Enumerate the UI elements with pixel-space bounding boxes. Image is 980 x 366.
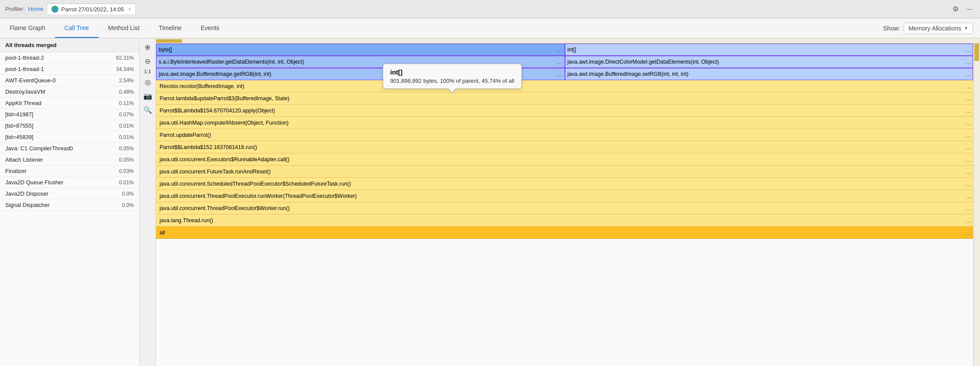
sidebar-item[interactable]: Java2D Disposer0.0% [0, 188, 139, 200]
top-scrollbar[interactable] [156, 38, 980, 44]
flame-cell-left[interactable]: byte[]… [156, 44, 565, 56]
flame-cell-right[interactable]: java.awt.image.BufferedImage.setRGB(int,… [565, 68, 973, 80]
flame-row: java.util.concurrent.ThreadPoolExecutor$… [156, 202, 973, 214]
tab-events[interactable]: Events [191, 18, 229, 38]
sidebar-item[interactable]: [tid=45839]0.01% [0, 132, 139, 143]
sidebar-item[interactable]: Attach Listener0.05% [0, 154, 139, 166]
flame-row: java.util.concurrent.FutureTask.runAndRe… [156, 166, 973, 178]
flame-cell-full[interactable]: java.util.concurrent.ScheduledThreadPool… [156, 178, 973, 190]
sidebar-item[interactable]: AWT-EventQueue-02.54% [0, 75, 139, 86]
tab-timeline[interactable]: Timeline [149, 18, 191, 38]
flame-cell-more-icon[interactable]: … [557, 71, 563, 78]
flame-area: int[] 901,898,992 bytes, 100% of parent,… [156, 38, 980, 366]
flame-cell-more-icon[interactable]: … [965, 156, 971, 163]
thread-name: AppKit Thread [5, 100, 41, 106]
zoom-reset-label[interactable]: 1:1 [144, 69, 151, 74]
sidebar-item[interactable]: DestroyJavaVM0.48% [0, 86, 139, 98]
content-with-toolbar: ⊕ ⊖ 1:1 ◎ 📷 🔍 int[] 901,898,992 bytes, 1… [140, 38, 980, 366]
flame-row: java.util.concurrent.ThreadPoolExecutor.… [156, 190, 973, 202]
flame-cell-full[interactable]: java.util.concurrent.FutureTask.runAndRe… [156, 166, 973, 178]
flame-cell-full[interactable]: Recolor.recolor(BufferedImage, int)… [156, 80, 973, 92]
thread-pct: 0.01% [119, 134, 134, 140]
flame-cell-more-icon[interactable]: … [965, 205, 971, 212]
flame-cell-full[interactable]: Parrot.lambda$updateParrot$3(BufferedIma… [156, 92, 973, 105]
zoom-out-button[interactable]: ⊖ [142, 55, 154, 67]
flame-cell-left[interactable]: s.a.i.ByteInterleavedRaster.getDataEleme… [156, 56, 565, 68]
flame-rows-container: byte[]…int[]…s.a.i.ByteInterleavedRaster… [156, 44, 973, 366]
sidebar-item[interactable]: Signal Dispatcher0.0% [0, 200, 139, 211]
sidebar-item[interactable]: Java: C1 CompilerThread00.05% [0, 143, 139, 154]
sidebar-header[interactable]: All threads merged [0, 38, 139, 52]
thread-pct: 0.01% [119, 180, 134, 186]
session-tab[interactable]: Parrot 27/01/2022, 14:05 × [47, 3, 136, 14]
flame-cell-more-icon[interactable]: … [965, 71, 971, 78]
flame-row: java.awt.image.BufferedImage.getRGB(int,… [156, 68, 973, 80]
flame-row: Parrot$$Lambda$152.1637061418.run()… [156, 141, 973, 153]
flame-cell-more-icon[interactable]: … [965, 83, 971, 90]
sidebar-item[interactable]: AppKit Thread0.11% [0, 98, 139, 109]
flame-cell-full[interactable]: java.lang.Thread.run()… [156, 214, 973, 227]
sidebar-item[interactable]: Finalizer0.03% [0, 166, 139, 177]
flame-row: java.util.HashMap.computeIfAbsent(Object… [156, 117, 973, 129]
flame-cell-full[interactable]: all… [156, 227, 973, 239]
home-label[interactable]: Home [28, 6, 44, 12]
flame-cell-full[interactable]: Parrot.updateParrot()… [156, 129, 973, 141]
flame-cell-full[interactable]: java.util.concurrent.Executors$RunnableA… [156, 153, 973, 166]
right-scrollbar[interactable] [973, 44, 980, 366]
chevron-down-icon: ▼ [964, 26, 968, 30]
flame-row: java.lang.Thread.run()… [156, 214, 973, 227]
flame-cell-more-icon[interactable]: … [965, 107, 971, 114]
thread-name: Finalizer [5, 168, 27, 174]
flame-cell-right[interactable]: java.awt.image.DirectColorModel.getDataE… [565, 56, 973, 68]
thread-pct: 34.34% [116, 66, 134, 72]
flame-cell-more-icon[interactable]: … [965, 168, 971, 175]
flame-cell-more-icon[interactable]: … [965, 193, 971, 200]
flame-cell-more-icon[interactable]: … [965, 132, 971, 139]
sidebar-item[interactable]: Java2D Queue Flusher0.01% [0, 177, 139, 188]
flame-cell-full[interactable]: java.util.concurrent.ThreadPoolExecutor.… [156, 190, 973, 202]
flame-cell-more-icon[interactable]: … [965, 144, 971, 151]
thread-name: AWT-EventQueue-0 [5, 77, 56, 84]
flame-cell-more-icon[interactable]: … [965, 180, 971, 187]
thread-name: Java: C1 CompilerThread0 [5, 145, 73, 152]
flame-cell-more-icon[interactable]: … [557, 58, 563, 65]
flame-cell-more-icon[interactable]: … [965, 119, 971, 126]
flame-cell-more-icon[interactable]: … [557, 46, 563, 53]
profiler-label: Profiler: [5, 6, 25, 12]
flame-cell-more-icon[interactable]: … [965, 46, 971, 53]
thread-name: Attach Listener [5, 156, 43, 163]
thread-pct: 0.05% [119, 146, 134, 152]
flame-cell-full[interactable]: Parrot$$Lambda$154.670704120.apply(Objec… [156, 105, 973, 117]
thread-pct: 0.0% [122, 191, 134, 197]
sidebar-item[interactable]: [tid=87555]0.01% [0, 120, 139, 132]
flame-cell-more-icon[interactable]: … [965, 217, 971, 224]
sidebar-item[interactable]: pool-1-thread-134.34% [0, 64, 139, 75]
flame-cell-full[interactable]: java.util.HashMap.computeIfAbsent(Object… [156, 117, 973, 129]
top-scrollbar-thumb [156, 39, 182, 43]
fit-button[interactable]: ◎ [142, 76, 154, 88]
thread-name: Signal Dispatcher [5, 202, 50, 208]
show-dropdown[interactable]: Memory Allocations ▼ [904, 23, 973, 34]
flame-cell-more-icon[interactable]: … [965, 58, 971, 65]
sidebar-rows: pool-1-thread-262.31%pool-1-thread-134.3… [0, 52, 139, 211]
sidebar-item[interactable]: [tid=41987]0.07% [0, 109, 139, 120]
thread-pct: 0.03% [119, 168, 134, 174]
tab-call-tree[interactable]: Call Tree [55, 18, 99, 38]
settings-button[interactable]: ⚙ [951, 4, 960, 14]
sidebar-item[interactable]: pool-1-thread-262.31% [0, 52, 139, 64]
minimize-button[interactable]: — [964, 5, 975, 13]
zoom-in-button[interactable]: ⊕ [142, 41, 154, 53]
session-tab-close[interactable]: × [128, 7, 131, 12]
camera-button[interactable]: 📷 [142, 90, 154, 102]
thread-name: [tid=87555] [5, 122, 34, 129]
flame-cell-more-icon[interactable]: … [965, 95, 971, 102]
flame-cell-full[interactable]: Parrot$$Lambda$152.1637061418.run()… [156, 141, 973, 153]
search-button[interactable]: 🔍 [142, 104, 154, 116]
tab-method-list[interactable]: Method List [99, 18, 149, 38]
flame-cell-right[interactable]: int[]… [565, 44, 973, 56]
sidebar: All threads merged pool-1-thread-262.31%… [0, 38, 140, 366]
flame-cell-left[interactable]: java.awt.image.BufferedImage.getRGB(int,… [156, 68, 565, 80]
flame-cell-more-icon[interactable]: … [965, 229, 971, 236]
flame-cell-full[interactable]: java.util.concurrent.ThreadPoolExecutor$… [156, 202, 973, 214]
tab-flame-graph[interactable]: Flame Graph [0, 18, 55, 38]
